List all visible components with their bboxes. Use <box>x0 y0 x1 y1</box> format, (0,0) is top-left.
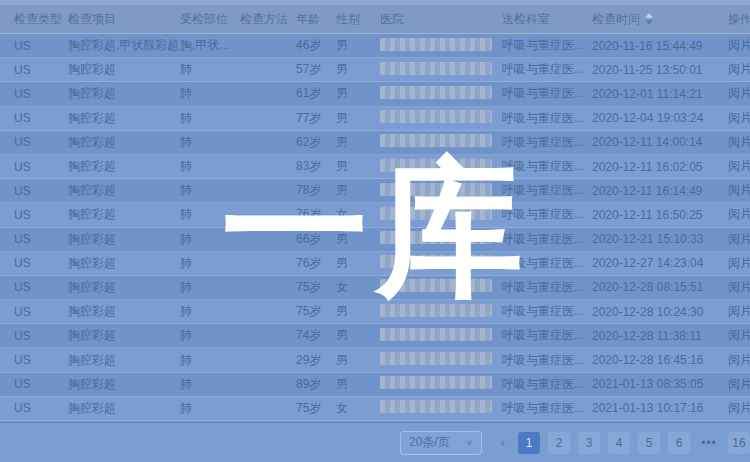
table-row[interactable]: US胸腔彩超肺83岁男呼吸与重症医...2020-12-11 16:02:05阅… <box>0 155 750 179</box>
view-images-link[interactable]: 阅片 <box>728 111 750 125</box>
cell-gender: 男 <box>336 255 380 272</box>
page-button-5[interactable]: 5 <box>638 432 660 454</box>
view-images-link[interactable]: 阅片 <box>728 304 750 318</box>
cell-part: 肺 <box>180 279 240 296</box>
cell-action: 阅片 <box>728 376 750 393</box>
cell-dept: 呼吸与重症医... <box>502 255 592 272</box>
cell-gender: 女 <box>336 206 380 223</box>
column-header-age: 年龄 <box>296 11 336 28</box>
page-button-1[interactable]: 1 <box>518 432 540 454</box>
table-row[interactable]: US胸腔彩超肺77岁男呼吸与重症医...2020-12-04 19:03:24阅… <box>0 107 750 131</box>
cell-time: 2020-12-28 08:15:51 <box>592 280 728 294</box>
cell-part: 肺 <box>180 255 240 272</box>
cell-dept: 呼吸与重症医... <box>502 279 592 296</box>
table-row[interactable]: US胸腔彩超肺75岁男呼吸与重症医...2020-12-28 10:24:30阅… <box>0 300 750 324</box>
view-images-link[interactable]: 阅片 <box>728 377 750 391</box>
view-images-link[interactable]: 阅片 <box>728 401 750 415</box>
cell-age: 77岁 <box>296 110 336 127</box>
table-row[interactable]: US胸腔彩超肺89岁男呼吸与重症医...2021-01-13 08:35:05阅… <box>0 373 750 397</box>
table-row[interactable]: US胸腔彩超肺75岁女呼吸与重症医...2020-12-28 08:15:51阅… <box>0 276 750 300</box>
cell-gender: 男 <box>336 182 380 199</box>
cell-action: 阅片 <box>728 303 750 320</box>
cell-gender: 男 <box>336 303 380 320</box>
page-button-2[interactable]: 2 <box>548 432 570 454</box>
cell-hospital <box>380 400 502 416</box>
column-header-time[interactable]: 检查时间 <box>592 11 728 28</box>
cell-part: 肺 <box>180 303 240 320</box>
cell-dept: 呼吸与重症医... <box>502 110 592 127</box>
sort-carets-icon[interactable] <box>645 13 653 25</box>
page-button-3[interactable]: 3 <box>578 432 600 454</box>
cell-type: US <box>0 184 68 198</box>
view-images-link[interactable]: 阅片 <box>728 280 750 294</box>
cell-gender: 男 <box>336 134 380 151</box>
column-header-hospital: 医院 <box>380 11 502 28</box>
cell-hospital <box>380 255 502 271</box>
column-header-item: 检查项目 <box>68 11 180 28</box>
view-images-link[interactable]: 阅片 <box>728 328 750 342</box>
view-images-link[interactable]: 阅片 <box>728 232 750 246</box>
cell-age: 57岁 <box>296 61 336 78</box>
table-row[interactable]: US胸腔彩超肺74岁男呼吸与重症医...2020-12-28 11:38:11阅… <box>0 324 750 348</box>
chevron-down-icon: ∨ <box>466 438 473 447</box>
table-row[interactable]: US胸腔彩超肺76岁女呼吸与重症医...2020-12-11 16:50:25阅… <box>0 203 750 227</box>
table-row[interactable]: US胸腔彩超肺78岁男呼吸与重症医...2020-12-11 16:14:49阅… <box>0 179 750 203</box>
page-button-6[interactable]: 6 <box>668 432 690 454</box>
cell-age: 89岁 <box>296 376 336 393</box>
pager: ‹ 123456•••16 <box>496 432 750 454</box>
table-row[interactable]: US胸腔彩超肺57岁男呼吸与重症医...2020-11-25 13:50:01阅… <box>0 58 750 82</box>
cell-time: 2020-11-25 13:50:01 <box>592 63 728 77</box>
view-images-link[interactable]: 阅片 <box>728 135 750 149</box>
cell-item: 胸腔彩超 <box>68 231 180 248</box>
cell-hospital <box>380 279 502 295</box>
cell-time: 2020-11-16 15:44:49 <box>592 39 728 53</box>
cell-time: 2021-01-13 08:35:05 <box>592 377 728 391</box>
cell-part: 肺 <box>180 110 240 127</box>
prev-page-button[interactable]: ‹ <box>496 435 510 450</box>
pagination-bar: 20条/页 ∨ ‹ 123456•••16 <box>0 422 750 462</box>
cell-action: 阅片 <box>728 400 750 417</box>
cell-hospital <box>380 38 502 54</box>
cell-dept: 呼吸与重症医... <box>502 231 592 248</box>
table-row[interactable]: US胸腔彩超肺62岁男呼吸与重症医...2020-12-11 14:00:14阅… <box>0 131 750 155</box>
cell-type: US <box>0 63 68 77</box>
view-images-link[interactable]: 阅片 <box>728 353 750 367</box>
view-images-link[interactable]: 阅片 <box>728 62 750 76</box>
cell-type: US <box>0 135 68 149</box>
page-button-4[interactable]: 4 <box>608 432 630 454</box>
cell-dept: 呼吸与重症医... <box>502 37 592 54</box>
table-header-row: 检查类型检查项目受检部位检查方法年龄性别医院送检科室检查时间操作 <box>0 5 750 34</box>
table-row[interactable]: US胸腔彩超肺76岁男呼吸与重症医...2020-12-27 14:23:04阅… <box>0 252 750 276</box>
cell-hospital <box>380 62 502 78</box>
cell-hospital <box>380 134 502 150</box>
table-row[interactable]: US胸腔彩超肺66岁男呼吸与重症医...2020-12-21 15:10:33阅… <box>0 228 750 252</box>
cell-dept: 呼吸与重症医... <box>502 182 592 199</box>
table-row[interactable]: US胸腔彩超肺61岁男呼吸与重症医...2020-12-01 11:14:21阅… <box>0 82 750 106</box>
hospital-redacted-blur <box>380 400 492 413</box>
view-images-link[interactable]: 阅片 <box>728 256 750 270</box>
cell-action: 阅片 <box>728 327 750 344</box>
cell-dept: 呼吸与重症医... <box>502 352 592 369</box>
cell-item: 胸腔彩超 <box>68 61 180 78</box>
cell-type: US <box>0 160 68 174</box>
cell-action: 阅片 <box>728 231 750 248</box>
cell-type: US <box>0 256 68 270</box>
cell-age: 78岁 <box>296 182 336 199</box>
cell-part: 肺 <box>180 182 240 199</box>
table-row[interactable]: US胸腔彩超肺75岁女呼吸与重症医...2021-01-13 10:17:16阅… <box>0 397 750 421</box>
view-images-link[interactable]: 阅片 <box>728 86 750 100</box>
view-images-link[interactable]: 阅片 <box>728 38 750 52</box>
view-images-link[interactable]: 阅片 <box>728 159 750 173</box>
page-size-select[interactable]: 20条/页 ∨ <box>400 431 482 455</box>
page-ellipsis[interactable]: ••• <box>698 432 720 454</box>
cell-item: 胸腔彩超 <box>68 327 180 344</box>
view-images-link[interactable]: 阅片 <box>728 183 750 197</box>
cell-item: 胸腔彩超 <box>68 255 180 272</box>
table-row[interactable]: US胸腔彩超肺29岁男呼吸与重症医...2020-12-28 16:45:16阅… <box>0 348 750 372</box>
table-row[interactable]: US胸腔彩超,甲状腺彩超胸,甲状...46岁男呼吸与重症医...2020-11-… <box>0 34 750 58</box>
page-button-16[interactable]: 16 <box>728 432 750 454</box>
cell-action: 阅片 <box>728 158 750 175</box>
view-images-link[interactable]: 阅片 <box>728 207 750 221</box>
cell-age: 29岁 <box>296 352 336 369</box>
cell-part: 胸,甲状... <box>180 37 240 54</box>
